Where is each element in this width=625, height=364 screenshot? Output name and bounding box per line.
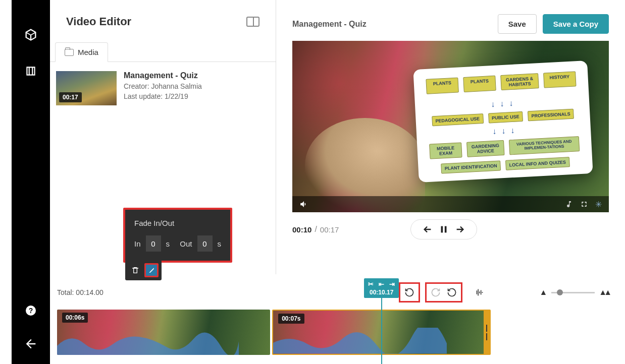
timeline[interactable]: 00:06s 00:07s ✂ ⇤ ⇥ 00:10.17 bbox=[57, 310, 618, 355]
playback-controls bbox=[410, 219, 477, 239]
duration: 00:17 bbox=[320, 225, 339, 234]
timeline-area: Total: 00:14.00 ▲ ▲▲ bbox=[50, 274, 625, 364]
reset-icon[interactable] bbox=[402, 285, 416, 299]
fade-out-label: Out bbox=[180, 239, 192, 248]
highlight-reset bbox=[399, 282, 420, 302]
zoom-slider[interactable] bbox=[551, 292, 595, 293]
audio-track-icon[interactable] bbox=[565, 200, 573, 208]
set-out-icon[interactable]: ⇥ bbox=[389, 280, 395, 288]
scene-tablet: PLANTSPLANTSGARDENS & HABITATSHISTORY ↓↓… bbox=[413, 60, 593, 183]
playhead-cap: ✂ ⇤ ⇥ 00:10.17 bbox=[364, 278, 399, 298]
clip-2-duration: 00:07s bbox=[278, 314, 304, 324]
folder-icon bbox=[65, 49, 74, 56]
set-in-icon[interactable]: ⇤ bbox=[379, 280, 384, 288]
media-updated: Last update: 1/22/19 bbox=[124, 92, 202, 100]
next-frame-button[interactable] bbox=[454, 224, 465, 235]
playhead[interactable]: ✂ ⇤ ⇥ 00:10.17 bbox=[381, 293, 382, 364]
fade-popover: Fade In/Out In s Out s bbox=[123, 208, 232, 263]
clip-1-duration: 00:06s bbox=[62, 313, 88, 323]
redo-icon bbox=[429, 285, 443, 299]
fade-out-input[interactable] bbox=[197, 235, 213, 252]
fullscreen-icon[interactable] bbox=[580, 200, 588, 208]
media-creator: Creator: Johanna Salmia bbox=[124, 82, 202, 90]
page-title: Video Editor bbox=[66, 15, 246, 28]
fade-in-label: In bbox=[134, 239, 141, 248]
back-icon[interactable] bbox=[24, 337, 38, 351]
delete-clip-button[interactable] bbox=[128, 263, 142, 277]
svg-rect-2 bbox=[441, 226, 443, 233]
current-time: 00:10 bbox=[292, 225, 311, 234]
pause-button[interactable] bbox=[438, 224, 449, 235]
tab-media[interactable]: Media bbox=[55, 42, 108, 62]
waveform-icon[interactable] bbox=[472, 285, 487, 300]
save-a-copy-button[interactable]: Save a Copy bbox=[543, 14, 609, 34]
outer-margin bbox=[0, 0, 12, 364]
fade-tool-button[interactable] bbox=[144, 263, 159, 277]
filmstrip-icon[interactable] bbox=[24, 65, 37, 78]
fade-title: Fade In/Out bbox=[134, 219, 221, 227]
layout-toggle-icon[interactable] bbox=[246, 17, 259, 27]
cube-icon[interactable] bbox=[24, 28, 38, 42]
media-thumbnail: 00:17 bbox=[56, 71, 117, 105]
volume-icon[interactable] bbox=[299, 200, 308, 209]
thumb-duration: 00:17 bbox=[59, 92, 82, 102]
media-tabs: Media bbox=[50, 42, 276, 62]
fade-in-input[interactable] bbox=[146, 235, 161, 252]
svg-text:?: ? bbox=[29, 307, 33, 315]
media-title: Management - Quiz bbox=[124, 71, 202, 80]
prev-frame-button[interactable] bbox=[422, 224, 433, 235]
fade-out-unit: s bbox=[218, 239, 222, 248]
clip-right-handle[interactable] bbox=[484, 311, 490, 354]
preview-panel: Management - Quiz Save Save a Copy PLANT… bbox=[276, 0, 625, 274]
main-area: Video Editor Media 00:17 Management - Qu… bbox=[50, 0, 625, 364]
svg-rect-3 bbox=[445, 226, 447, 233]
zoom-in-icon[interactable]: ▲▲ bbox=[599, 288, 609, 297]
scissors-icon[interactable]: ✂ bbox=[368, 280, 374, 288]
media-item[interactable]: 00:17 Management - Quiz Creator: Johanna… bbox=[50, 62, 276, 114]
undo-icon[interactable] bbox=[445, 285, 459, 299]
save-button[interactable]: Save bbox=[498, 14, 537, 34]
playhead-time: 00:10.17 bbox=[370, 289, 393, 296]
total-duration: Total: 00:14.00 bbox=[57, 288, 103, 296]
preview-title: Management - Quiz bbox=[292, 20, 492, 29]
clip-tools bbox=[125, 260, 162, 280]
clip-1[interactable]: 00:06s bbox=[57, 310, 270, 355]
left-rail: ? bbox=[12, 0, 50, 364]
video-player[interactable]: PLANTSPLANTSGARDENS & HABITATSHISTORY ↓↓… bbox=[292, 41, 609, 212]
tab-media-label: Media bbox=[78, 48, 98, 56]
video-frame: PLANTSPLANTSGARDENS & HABITATSHISTORY ↓↓… bbox=[292, 41, 609, 212]
zoom-out-icon[interactable]: ▲ bbox=[539, 288, 547, 297]
help-icon[interactable]: ? bbox=[25, 305, 37, 317]
kaltura-logo-icon[interactable]: ✳ bbox=[595, 200, 602, 209]
fade-in-unit: s bbox=[166, 239, 170, 248]
highlight-undo-redo bbox=[425, 282, 462, 302]
